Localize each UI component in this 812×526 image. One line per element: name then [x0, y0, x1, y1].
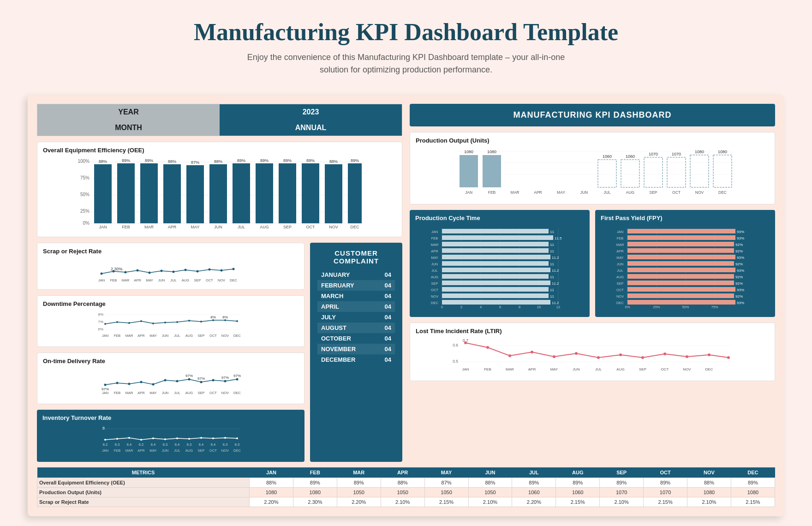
svg-text:DEC: DEC — [616, 301, 624, 305]
svg-text:MAY: MAY — [557, 190, 565, 195]
svg-text:MAR: MAR — [511, 190, 519, 195]
svg-text:JUL: JUL — [174, 448, 180, 453]
svg-text:6.3: 6.3 — [163, 442, 167, 447]
svg-text:6.3: 6.3 — [235, 442, 239, 447]
inventory-title: Inventory Turnover Rate — [42, 414, 299, 421]
svg-text:NOV: NOV — [218, 278, 225, 282]
svg-text:MAY: MAY — [149, 448, 157, 453]
table-cell: 2.10% — [468, 497, 512, 507]
mid-left-charts: Scrap or Reject Rate 2.30% — [37, 243, 304, 462]
fpy-chart: 0% 25% 50% 75% 93% JAN — [601, 225, 770, 311]
downtime-chart: 8% 7% 6% — [43, 310, 299, 340]
svg-point-145 — [236, 437, 238, 439]
svg-text:JAN: JAN — [617, 230, 623, 234]
table-row: Overall Equipment Efficiency (OEE) 88% 8… — [37, 478, 775, 488]
svg-text:JUN: JUN — [162, 334, 169, 338]
svg-text:0%: 0% — [83, 221, 90, 226]
svg-text:JUN: JUN — [162, 391, 169, 395]
svg-text:JAN: JAN — [99, 225, 107, 229]
col-jun: JUN — [468, 467, 512, 478]
month-value: ANNUAL — [220, 120, 402, 136]
svg-text:SEP: SEP — [431, 281, 438, 286]
svg-text:100%: 100% — [78, 159, 90, 164]
svg-text:97%: 97% — [185, 374, 193, 378]
svg-rect-277 — [627, 268, 735, 272]
svg-text:11.2: 11.2 — [552, 301, 559, 305]
cycle-time-title: Production Cycle Time — [415, 215, 584, 221]
svg-text:JUL: JUL — [174, 391, 180, 395]
svg-point-301 — [486, 346, 489, 349]
svg-text:6.4: 6.4 — [127, 442, 131, 447]
svg-text:JAN: JAN — [465, 190, 472, 195]
svg-point-56 — [209, 269, 211, 271]
complaint-month: FEBRUARY — [317, 280, 376, 291]
svg-text:NOV: NOV — [329, 225, 338, 229]
svg-text:89%: 89% — [260, 158, 269, 163]
svg-rect-34 — [279, 163, 296, 223]
svg-point-308 — [641, 356, 644, 359]
table-cell: 89% — [293, 478, 337, 488]
svg-point-104 — [116, 382, 119, 384]
col-dec: DEC — [731, 467, 775, 478]
table-cell: 2.15% — [424, 497, 468, 507]
svg-text:92%: 92% — [735, 243, 743, 247]
svg-text:6: 6 — [499, 305, 501, 309]
table-cell: 88% — [687, 478, 731, 488]
svg-text:MAR: MAR — [125, 448, 133, 453]
svg-text:93%: 93% — [737, 236, 744, 240]
year-value: 2023 — [220, 104, 402, 120]
svg-text:8: 8 — [519, 305, 520, 309]
fpy-chart-box: First Pass Yield (FPY) 0% 25% 50% 75% — [595, 210, 775, 317]
svg-point-141 — [188, 438, 190, 440]
table-cell: 1060 — [512, 488, 556, 497]
svg-rect-10 — [94, 164, 112, 223]
svg-text:MAY: MAY — [149, 334, 157, 338]
complaint-row: JANUARY 04 — [317, 269, 395, 280]
svg-text:AUG: AUG — [185, 391, 193, 395]
svg-text:75%: 75% — [80, 175, 90, 180]
svg-text:93%: 93% — [737, 301, 744, 305]
downtime-title: Downtime Percentage — [43, 300, 299, 307]
complaint-month: MARCH — [317, 291, 376, 301]
svg-point-305 — [575, 352, 578, 355]
svg-point-82 — [164, 322, 166, 323]
svg-text:FEB: FEB — [484, 367, 491, 371]
svg-rect-173 — [460, 155, 478, 187]
svg-rect-286 — [627, 287, 735, 292]
table-cell: 1070 — [600, 488, 644, 497]
svg-text:SEP: SEP — [616, 281, 623, 286]
svg-point-57 — [221, 269, 223, 272]
svg-text:1080: 1080 — [695, 149, 704, 154]
svg-text:11: 11 — [550, 288, 554, 292]
svg-rect-259 — [627, 229, 735, 233]
svg-text:89%: 89% — [283, 158, 292, 163]
svg-rect-245 — [442, 293, 549, 298]
svg-text:NOV: NOV — [695, 190, 704, 195]
col-mar: MAR — [337, 467, 381, 478]
svg-text:6.4: 6.4 — [175, 442, 179, 447]
ltir-chart: 0.6 0.5 0.7 — [416, 337, 769, 374]
svg-rect-271 — [627, 255, 735, 259]
inventory-box: Inventory Turnover Rate 8 — [37, 410, 304, 462]
svg-rect-227 — [442, 255, 550, 259]
svg-rect-268 — [627, 248, 734, 253]
table-cell: 1070 — [644, 488, 687, 497]
svg-point-51 — [149, 272, 151, 274]
oee-chart-box: Overall Equipment Efficiency (OEE) 100% … — [37, 142, 402, 237]
svg-text:11.2: 11.2 — [552, 269, 559, 273]
svg-text:89%: 89% — [145, 158, 153, 163]
svg-text:11: 11 — [550, 243, 554, 247]
col-nov: NOV — [687, 467, 731, 478]
complaint-value: 04 — [376, 269, 395, 280]
table-cell: 89% — [556, 478, 600, 488]
svg-text:93%: 93% — [737, 230, 744, 234]
svg-text:10: 10 — [537, 305, 541, 309]
svg-text:MAR: MAR — [431, 243, 439, 247]
cycle-time-chart-box: Production Cycle Time 0 2 4 6 8 10 12 — [410, 210, 590, 317]
svg-text:MAR: MAR — [125, 334, 133, 338]
svg-text:JAN: JAN — [431, 230, 438, 234]
table-cell: 89% — [731, 478, 775, 488]
svg-text:OCT: OCT — [431, 288, 438, 292]
svg-text:FEB: FEB — [114, 448, 121, 453]
svg-text:OCT: OCT — [209, 391, 217, 395]
